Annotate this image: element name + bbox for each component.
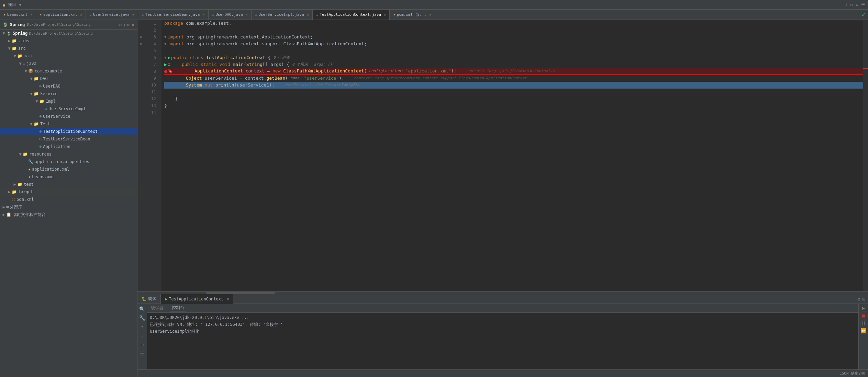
sidebar-btn-2[interactable]: ↕ (123, 22, 126, 27)
console-path-text: D:\JDK\JDK20\jdk-20.0.1\bin\java.exe ... (150, 314, 249, 321)
tree-item-dao[interactable]: ▼ 📁 DAO (0, 75, 137, 82)
tree-item-java[interactable]: ▼ ☕ java (0, 60, 137, 67)
tree-label-spring: Spring (13, 31, 27, 36)
tree-item-target[interactable]: ▶ 📁 target (0, 188, 137, 196)
tab-userserviceimpl-java[interactable]: ☕ UserServiceImpl.java ✕ (252, 10, 313, 20)
breakpoint-8[interactable]: ● (164, 68, 167, 75)
run-line-7-icon[interactable]: ▶ (164, 61, 167, 68)
debug-line-7-icon[interactable]: ⚙ (168, 61, 170, 68)
kw-import-1: import (168, 34, 184, 41)
comexample-folder-icon: 📦 (28, 69, 33, 73)
tab-beans-xml[interactable]: ✦ beans.xml ✕ (0, 10, 36, 20)
tree-item-userservice[interactable]: ▶ ⊙ UserService (0, 113, 137, 120)
toolbar-btn-1[interactable]: ⬇ (845, 2, 848, 7)
console-grid-icon[interactable]: ⊞ (138, 341, 146, 349)
tree-item-spring[interactable]: ▼ 🍃 Spring D:\JavaProject\Spring\Spring (0, 30, 137, 37)
toolbar-btn-2[interactable]: ↺ (850, 2, 853, 7)
run-line-6-icon[interactable]: ▶ (168, 54, 170, 61)
sidebar-btn-4[interactable]: ✕ (132, 22, 134, 27)
tree-item-test-src[interactable]: ▶ 📁 test (0, 181, 137, 188)
tree-item-testappcontext[interactable]: ▶ ⊙ TestApplicationContext (0, 128, 137, 135)
tree-item-comexample[interactable]: ▼ 📦 com.example (0, 67, 137, 75)
tab-close-appxml[interactable]: ✕ (80, 13, 82, 16)
tab-close-impl[interactable]: ✕ (307, 13, 309, 16)
code-area[interactable]: package com.example.Test; ▼import org.sp… (162, 20, 863, 291)
console-line-1: D:\JDK\JDK20\jdk-20.0.1\bin\java.exe ... (150, 314, 856, 321)
console-stop-icon[interactable]: ■ (862, 313, 865, 318)
target-folder-icon: 📁 (12, 190, 17, 194)
console-filter-icon[interactable]: 🔧 (138, 314, 146, 322)
tree-item-beansxml[interactable]: ▶ ✦ beans.xml (0, 173, 137, 181)
console-lines-icon[interactable]: ☰ (138, 350, 146, 357)
tab-pom-xml[interactable]: ✦ pom.xml (S... ✕ (390, 10, 435, 20)
bottom-settings-icon[interactable]: ⚙ (857, 296, 860, 302)
tree-item-resources[interactable]: ▼ 📁 resources (0, 150, 137, 158)
tree-item-src[interactable]: ▼ 📁 src (0, 45, 137, 52)
bottom-tab-testappcontext[interactable]: ▶ TestApplicationContext ✕ (161, 294, 233, 304)
console-pause-icon[interactable]: ⏸ (861, 320, 866, 326)
toolbar-btn-4[interactable]: ☰ (861, 2, 865, 7)
tree-label-service: Service (40, 91, 58, 96)
sidebar-btn-3[interactable]: ⊞ (127, 22, 130, 27)
tree-item-appxml[interactable]: ▶ ✦ application.xml (0, 165, 137, 173)
tree-item-impl-folder[interactable]: ▼ 📁 Impl (0, 98, 137, 105)
toolbar-btn-3[interactable]: ⚙ (856, 2, 858, 7)
tree-item-scratch[interactable]: ▶ 📋 临时文件和控制台 (0, 211, 137, 218)
project-dropdown[interactable]: ▼ (19, 2, 21, 7)
console-run-icon[interactable]: ▶ (862, 305, 865, 311)
tree-item-idea[interactable]: ▶ 📁 .idea (0, 37, 137, 45)
tab-close-testapp[interactable]: ✕ (384, 13, 386, 16)
gutter-1 (137, 20, 144, 27)
tree-label-target: target (18, 190, 33, 194)
testappcontext-tab-close[interactable]: ✕ (227, 297, 229, 301)
tab-userservice-java[interactable]: ☕ UserService.java ✕ (86, 10, 138, 20)
gutter-6 (137, 54, 144, 61)
gutter-12 (137, 95, 144, 102)
tree-label-appprops: application.properties (35, 159, 89, 164)
tab-testuserbeanservice-java[interactable]: ☕ TestUserServiceBean.java ✕ (138, 10, 209, 20)
ln-5: 5 (144, 47, 159, 54)
tree-item-userdao[interactable]: ▶ ⊙ UserDAO (0, 82, 137, 90)
horizontal-scrollbar[interactable] (137, 291, 868, 294)
tab-close-testbean[interactable]: ✕ (202, 13, 204, 16)
tab-testapplicationcontext-java[interactable]: ☕ TestApplicationContext.java ✕ (313, 10, 390, 20)
tree-item-pomxml[interactable]: ▶ ⬡ pom.xml (0, 196, 137, 203)
tree-label-java: java (26, 61, 36, 66)
bottom-expand-icon[interactable]: ⊞ (863, 296, 865, 302)
tab-close-userdao[interactable]: ✕ (246, 13, 248, 16)
console-search-icon[interactable]: 🔍 (138, 305, 146, 313)
console-down-icon[interactable]: ↓ (138, 332, 146, 340)
console-resume-icon[interactable]: ⏩ (860, 328, 866, 333)
tab-close-pom[interactable]: ✕ (429, 13, 431, 16)
tree-item-main[interactable]: ▼ 📁 main (0, 52, 137, 60)
tab-application-xml[interactable]: ✦ application.xml ✕ (36, 10, 86, 20)
bottom-right-icons: ▶ ■ ⏸ ⏩ (858, 304, 868, 369)
console-up-icon[interactable]: ↑ (138, 323, 146, 331)
tree-item-service[interactable]: ▼ 📁 Service (0, 90, 137, 98)
ln-9: 9 (144, 75, 159, 82)
context-hint-9: context: "org.springframework.context.su… (347, 75, 527, 82)
tree-item-appprops[interactable]: ▶ 🔧 application.properties (0, 158, 137, 165)
kw-class-6: class (190, 54, 203, 61)
type-system: System (186, 82, 202, 89)
tab-close-beans[interactable]: ✕ (30, 13, 32, 16)
tree-item-userserviceimpl[interactable]: ▶ ⊙ UserServiceImpl (0, 105, 137, 113)
bottom-subtab-debugger[interactable]: 调试器 (150, 305, 165, 311)
code-line-12: } (164, 95, 863, 102)
tab-userdao-java[interactable]: ☕ UserDAO.java ✕ (209, 10, 252, 20)
kw-import-2: import (168, 41, 184, 47)
bottom-subtab-console[interactable]: 控制台 (170, 305, 186, 311)
project-path: D:\JavaProject\Spring\Spring (27, 22, 90, 27)
console-connected-text: 已连接到目标 VM, 地址: ''127.0.0.1:56403'. 传输: '… (150, 321, 283, 328)
bottom-tab-debug[interactable]: 🐛 调试 (137, 294, 161, 304)
fold-marker-6[interactable]: ▼ (164, 54, 166, 61)
arrow-impl: ▼ (34, 99, 39, 104)
tab-close-userservice[interactable]: ✕ (132, 13, 134, 16)
arrow-dao: ▼ (29, 76, 34, 81)
bottom-toolbar: ⚙ ⊞ (857, 296, 868, 302)
tree-item-testuserbeanservice[interactable]: ▶ ⊙ TestUserServiceBean (0, 135, 137, 143)
tree-item-test-folder[interactable]: ▼ 📁 Test (0, 120, 137, 128)
sidebar-btn-1[interactable]: ⚙ (119, 22, 121, 27)
tree-item-external-libs[interactable]: ▶ ⊞ 外部库 (0, 203, 137, 211)
tree-item-application[interactable]: ▶ ⊙ Application (0, 143, 137, 150)
